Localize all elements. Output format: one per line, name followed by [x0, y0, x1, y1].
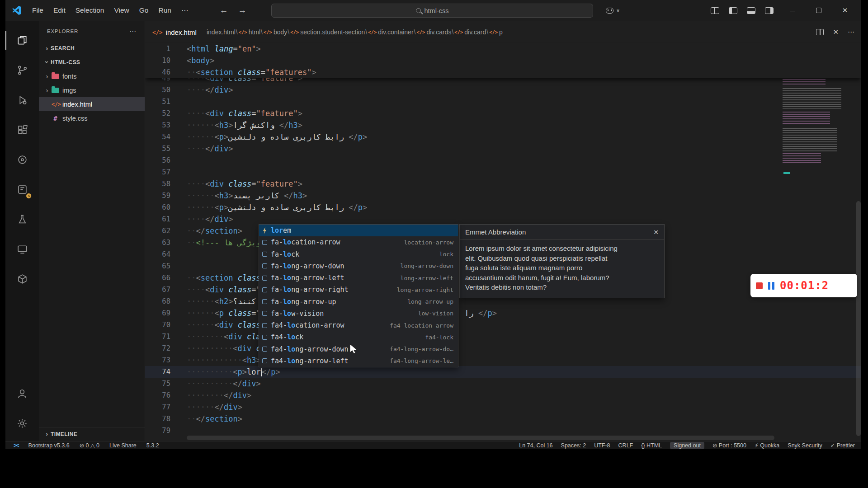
status-item-snyk-security[interactable]: Snyk Security: [788, 442, 822, 449]
suggestion-item[interactable]: fa4-lockfa4-lock: [259, 331, 458, 343]
code-line[interactable]: 70······<div class="cards">: [145, 319, 861, 331]
code-line[interactable]: 69······<p class="subtitle"> را </p>: [145, 307, 861, 319]
history-icon[interactable]: [5, 174, 39, 204]
code-line[interactable]: 78··</section>: [145, 413, 861, 425]
horizontal-scrollbar[interactable]: [187, 436, 774, 440]
code-line[interactable]: 75··········</div>: [145, 378, 861, 389]
vertical-scrollbar[interactable]: [856, 201, 861, 436]
code-line[interactable]: 57: [145, 166, 861, 178]
toggle-bottom-panel-icon[interactable]: [747, 7, 755, 14]
suggestion-item[interactable]: fa-low-visionlow-vision: [259, 308, 458, 319]
copilot-menu[interactable]: ∨: [606, 0, 620, 21]
run-and-debug-icon[interactable]: [5, 85, 39, 115]
record-icon[interactable]: [5, 145, 39, 174]
code-line[interactable]: 1<html lang="en">: [145, 43, 861, 55]
menu-item-[interactable]: ⋯: [176, 6, 193, 14]
code-line[interactable]: 59······<h3>کاربر پسند </h3>: [145, 190, 861, 202]
suggestion-item[interactable]: fa-long-arrow-downlong-arrow-down: [259, 260, 458, 272]
restore-button[interactable]: [806, 0, 832, 21]
code-line[interactable]: 77······</div>: [145, 401, 861, 413]
close-icon[interactable]: ✕: [653, 229, 659, 236]
command-center-search[interactable]: html-css: [271, 4, 593, 18]
explorer-section-search[interactable]: ›SEARCH: [39, 41, 145, 55]
editor-more-icon[interactable]: ⋯: [848, 28, 855, 36]
code-line[interactable]: 58····<div class="feature">: [145, 178, 861, 190]
testing-icon[interactable]: [5, 204, 39, 234]
tree-item-imgs[interactable]: ›imgs: [39, 83, 145, 97]
tree-item-style-css[interactable]: #style.css: [39, 111, 145, 125]
breadcrumb-item[interactable]: section.student-section: [300, 28, 365, 36]
extensions-icon[interactable]: [5, 115, 39, 145]
suggestion-item[interactable]: fa-long-arrow-leftlong-arrow-left: [259, 272, 458, 284]
status-item---quokka[interactable]: ⚡ Quokka: [755, 442, 779, 449]
code-line[interactable]: 46··<section class="features">: [145, 66, 861, 78]
suggestion-item[interactable]: fa4-long-arrow-downfa4-long-arrow-do…: [259, 343, 458, 355]
code-line[interactable]: 50····</div>: [145, 84, 861, 96]
active-tab[interactable]: index.html: [166, 28, 197, 36]
breadcrumb-item[interactable]: body: [274, 28, 287, 36]
tree-item-fonts[interactable]: ›fonts: [39, 69, 145, 83]
status-item---0----0[interactable]: ⊘ 0 △ 0: [80, 442, 99, 449]
code-line[interactable]: 54······<p>رابط کاربری ساده و دلنشین </p…: [145, 131, 861, 143]
status-item----html[interactable]: {} HTML: [641, 442, 662, 449]
suggestion-item[interactable]: fa-locklock: [259, 249, 458, 260]
menu-item-view[interactable]: View: [109, 6, 134, 14]
breadcrumb-item[interactable]: html: [249, 28, 260, 36]
code-line[interactable]: 52····<div class="feature">: [145, 108, 861, 119]
account-icon[interactable]: [5, 379, 39, 408]
status-item---port---5500[interactable]: ⊘ Port : 5500: [712, 442, 746, 449]
source-control-icon[interactable]: [5, 55, 39, 85]
breadcrumb-item[interactable]: div.container: [378, 28, 413, 36]
close-button[interactable]: ✕: [832, 0, 858, 21]
code-line[interactable]: 60······<p>رابط کاربری ساده و دلنشین </p…: [145, 202, 861, 213]
suggestion-item[interactable]: fa-location-arrowlocation-arrow: [259, 236, 458, 248]
status-item---[interactable]: ><: [14, 442, 19, 449]
menu-item-edit[interactable]: Edit: [48, 6, 71, 14]
menu-item-selection[interactable]: Selection: [71, 6, 109, 14]
menu-item-file[interactable]: File: [27, 6, 48, 14]
status-item-crlf[interactable]: CRLF: [618, 442, 633, 449]
suggestion-item[interactable]: fa-long-arrow-uplong-arrow-up: [259, 296, 458, 308]
settings-icon[interactable]: [5, 408, 39, 438]
status-item-ln-74--col-16[interactable]: Ln 74, Col 16: [519, 442, 552, 449]
status-item-live-share[interactable]: Live Share: [109, 442, 137, 449]
code-line[interactable]: 61····</div>: [145, 213, 861, 225]
menu-item-go[interactable]: Go: [134, 6, 154, 14]
breadcrumb-item[interactable]: div.card: [464, 28, 486, 36]
status-item-utf-8[interactable]: UTF-8: [594, 442, 610, 449]
suggestion-item[interactable]: fa-long-arrow-rightlong-arrow-right: [259, 284, 458, 296]
minimize-button[interactable]: ─: [779, 0, 806, 21]
menu-item-run[interactable]: Run: [153, 6, 176, 14]
split-editor-icon[interactable]: [816, 29, 824, 35]
code-line[interactable]: 10<body>: [145, 55, 861, 66]
status-item-bootstrap-v5-3-6[interactable]: Bootstrap v5.3.6: [28, 442, 70, 449]
remote-explorer-icon[interactable]: [5, 234, 39, 264]
close-editor-icon[interactable]: ✕: [833, 28, 839, 36]
package-icon[interactable]: [5, 264, 39, 294]
toggle-sidebar-icon[interactable]: [729, 7, 737, 14]
code-line[interactable]: 79: [145, 425, 861, 436]
code-line[interactable]: 53······<h3>واکنش گرا </h3>: [145, 119, 861, 131]
pause-recording-button[interactable]: [768, 282, 774, 290]
suggestion-item[interactable]: lorem: [259, 225, 458, 236]
code-line[interactable]: 71········<div class="card">: [145, 331, 861, 343]
suggestion-item[interactable]: fa4-location-arrowfa4-location-arrow: [259, 319, 458, 331]
timeline-section[interactable]: › TIMELINE: [39, 427, 145, 441]
code-line[interactable]: 51: [145, 96, 861, 108]
status-item-signed-out[interactable]: Signed out: [670, 442, 704, 449]
breadcrumb-item[interactable]: index.html: [207, 28, 236, 36]
status-item-5-3-2[interactable]: 5.3.2: [146, 442, 159, 449]
more-actions-icon[interactable]: ⋯: [129, 27, 137, 35]
breadcrumb-item[interactable]: div.cards: [426, 28, 451, 36]
code-line[interactable]: 74··········<p>lor</p>: [145, 366, 861, 378]
code-line[interactable]: 72··········<div class="card-img">: [145, 343, 861, 354]
explorer-icon[interactable]: [5, 25, 39, 55]
forward-arrow-icon[interactable]: →: [238, 5, 246, 15]
explorer-section-html-css[interactable]: ›HTML-CSS: [39, 55, 145, 69]
tree-item-index-html[interactable]: </>index.html: [39, 97, 145, 111]
code-line[interactable]: 56: [145, 155, 861, 166]
breadcrumb-item[interactable]: p: [499, 28, 503, 36]
back-arrow-icon[interactable]: ←: [219, 5, 228, 15]
code-line[interactable]: 55····</div>: [145, 143, 861, 155]
status-item-spaces--2[interactable]: Spaces: 2: [561, 442, 586, 449]
